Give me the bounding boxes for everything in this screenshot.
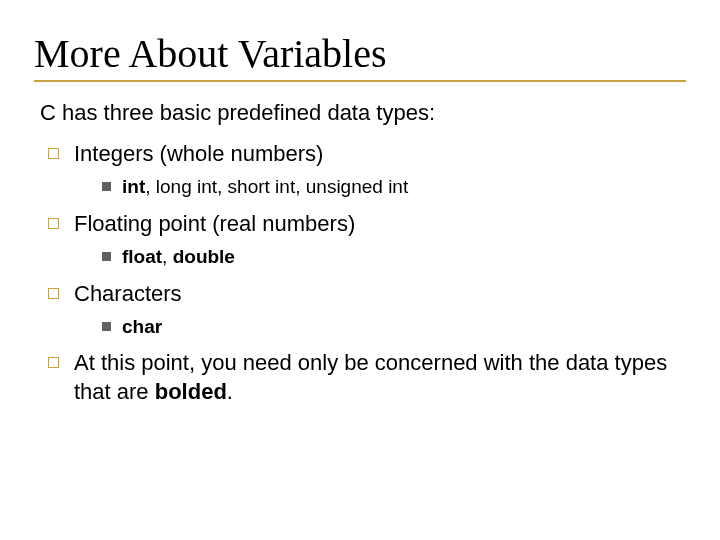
type-float: float: [122, 246, 162, 267]
note-bolded: bolded: [155, 379, 227, 404]
type-int: int: [122, 176, 145, 197]
bullet-list: Integers (whole numbers) int, long int, …: [40, 140, 686, 406]
sub-item-float: float, double: [98, 244, 686, 270]
bullet-label: Floating point (real numbers): [74, 211, 355, 236]
intro-text: C has three basic predefined data types:: [40, 100, 686, 126]
bullet-note: At this point, you need only be concerne…: [40, 349, 686, 405]
bullet-label: Characters: [74, 281, 182, 306]
bullet-integers: Integers (whole numbers) int, long int, …: [40, 140, 686, 200]
sub-list: float, double: [98, 244, 686, 270]
sub-item-int: int, long int, short int, unsigned int: [98, 174, 686, 200]
type-char: char: [122, 316, 162, 337]
type-double: double: [173, 246, 235, 267]
title-underline: [34, 80, 686, 82]
bullet-floating: Floating point (real numbers) float, dou…: [40, 210, 686, 270]
comma: ,: [162, 246, 173, 267]
note-period: .: [227, 379, 233, 404]
sub-list: char: [98, 314, 686, 340]
slide: More About Variables C has three basic p…: [0, 0, 720, 540]
slide-title: More About Variables: [34, 30, 686, 77]
bullet-characters: Characters char: [40, 280, 686, 340]
bullet-label: Integers (whole numbers): [74, 141, 323, 166]
type-int-rest: , long int, short int, unsigned int: [145, 176, 408, 197]
sub-item-char: char: [98, 314, 686, 340]
sub-list: int, long int, short int, unsigned int: [98, 174, 686, 200]
